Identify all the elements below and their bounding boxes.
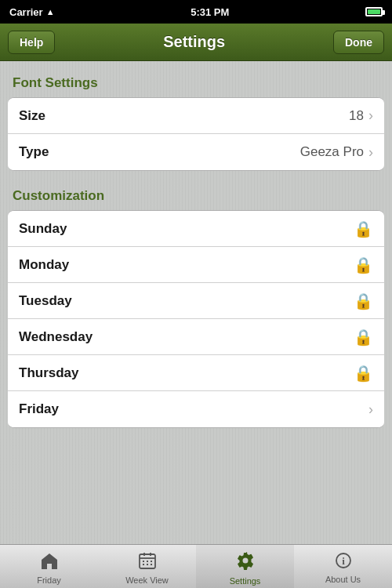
font-type-chevron: ›: [368, 144, 373, 161]
lock-icon: 🔒: [354, 364, 373, 383]
day-label: Sunday: [19, 221, 67, 237]
tab-about-us[interactable]: iAbout Us: [294, 545, 392, 588]
day-row[interactable]: Monday🔒: [8, 247, 384, 283]
status-bar: Carrier ▲ 5:31 PM: [0, 0, 392, 24]
day-label: Wednesday: [19, 329, 93, 345]
tab-label: Week View: [125, 575, 169, 585]
lock-icon: 🔒: [354, 256, 373, 274]
battery-fill: [368, 9, 380, 14]
calendar-icon: [139, 552, 156, 574]
font-size-chevron: ›: [368, 107, 373, 124]
nav-title: Settings: [163, 33, 225, 51]
house-icon: [40, 552, 59, 574]
svg-text:i: i: [342, 555, 345, 567]
font-size-value-container: 18 ›: [349, 107, 373, 124]
tab-label: Friday: [37, 575, 61, 585]
day-label: Tuesday: [19, 293, 72, 309]
battery-icon: [365, 7, 383, 16]
carrier-text: Carrier: [9, 6, 43, 18]
nav-bar: Help Settings Done: [0, 24, 392, 61]
font-type-value-container: Geeza Pro ›: [300, 144, 373, 161]
day-row[interactable]: Tuesday🔒: [8, 283, 384, 319]
clock: 5:31 PM: [191, 6, 229, 18]
font-type-row[interactable]: Type Geeza Pro ›: [8, 134, 384, 170]
day-row[interactable]: Sunday🔒: [8, 211, 384, 247]
customization-group: Sunday🔒Monday🔒Tuesday🔒Wednesday🔒Thursday…: [8, 210, 384, 428]
day-row[interactable]: Wednesday🔒: [8, 319, 384, 355]
tab-week-view[interactable]: Week View: [98, 545, 196, 588]
font-size-row[interactable]: Size 18 ›: [8, 98, 384, 134]
tab-friday[interactable]: Friday: [0, 545, 98, 588]
day-label: Thursday: [19, 365, 79, 381]
lock-icon: 🔒: [354, 292, 373, 310]
font-type-label: Type: [19, 144, 49, 160]
day-label: Monday: [19, 257, 69, 273]
font-size-value: 18: [349, 108, 364, 124]
content-area: Font Settings Size 18 › Type Geeza Pro ›…: [0, 61, 392, 544]
gear-icon: [236, 551, 255, 575]
carrier-wifi: Carrier ▲: [9, 6, 55, 18]
lock-icon: 🔒: [354, 328, 373, 347]
font-type-value: Geeza Pro: [300, 144, 364, 160]
tab-label: Settings: [230, 576, 261, 586]
tab-bar: FridayWeek ViewSettingsiAbout Us: [0, 544, 392, 588]
help-button[interactable]: Help: [8, 31, 55, 54]
font-size-label: Size: [19, 108, 45, 124]
done-button[interactable]: Done: [333, 31, 384, 54]
font-settings-header: Font Settings: [0, 72, 392, 97]
tab-label: About Us: [325, 575, 361, 584]
day-row[interactable]: Thursday🔒: [8, 355, 384, 391]
lock-icon: 🔒: [354, 220, 373, 238]
wifi-icon: ▲: [46, 7, 55, 16]
day-row[interactable]: Friday›: [8, 391, 384, 427]
day-chevron: ›: [368, 401, 373, 418]
info-icon: i: [336, 553, 351, 573]
day-label: Friday: [19, 401, 59, 417]
customization-header: Customization: [0, 185, 392, 210]
tab-settings[interactable]: Settings: [196, 545, 294, 588]
font-settings-group: Size 18 › Type Geeza Pro ›: [8, 97, 384, 171]
